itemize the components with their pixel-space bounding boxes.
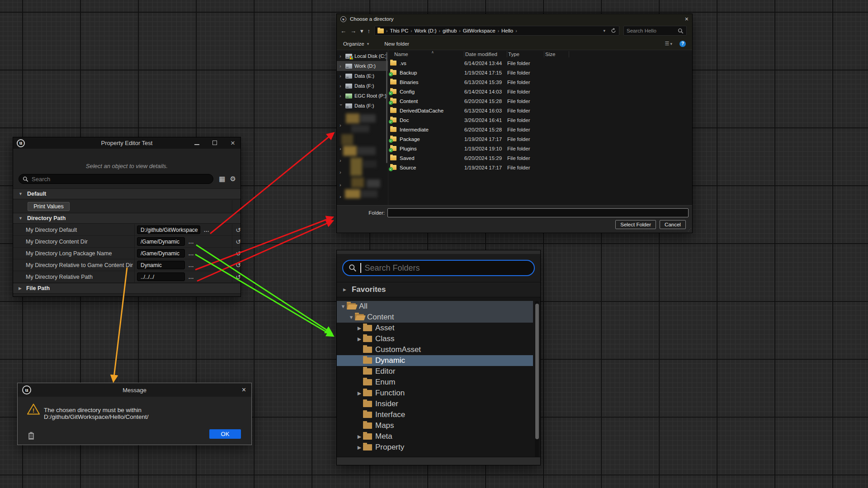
close-button[interactable]: ×	[230, 141, 236, 145]
tree-item-label[interactable]: Interface	[375, 410, 405, 419]
message-titlebar[interactable]: u Message ×	[18, 383, 251, 397]
breadcrumb-item[interactable]: › This PC	[386, 28, 408, 33]
collapsed-arrow-icon[interactable]: ▶	[343, 287, 346, 292]
up-icon[interactable]: ↑	[368, 28, 371, 34]
breadcrumb-label[interactable]: Work (D:)	[415, 28, 437, 33]
file-row[interactable]: ✓ DerivedDataCache 6/13/2024 16:03 File …	[388, 106, 692, 115]
tree-item[interactable]: Enum	[337, 377, 533, 388]
file-row[interactable]: ✓ Content 6/20/2024 15:28 File folder	[388, 96, 692, 106]
tree-item-label[interactable]: Function	[375, 389, 405, 398]
close-button[interactable]: ×	[242, 386, 246, 394]
file-row[interactable]: ✓ Package 1/19/2024 17:17 File folder	[388, 134, 692, 144]
reset-to-default-icon[interactable]: ↺	[236, 273, 241, 281]
file-name[interactable]: Source	[400, 165, 416, 170]
chevron-icon[interactable]: ›	[340, 73, 343, 79]
search-input[interactable]: Search	[19, 174, 213, 184]
drive-item[interactable]: › Data (F:)	[337, 101, 388, 111]
search-folders-input[interactable]: Search Folders	[342, 260, 535, 276]
tree-item-label[interactable]: All	[359, 302, 368, 311]
section-directory-path[interactable]: ▼ Directory Path	[13, 213, 241, 224]
property-value-field[interactable]: ../../../	[137, 272, 185, 281]
property-editor-titlebar[interactable]: u Property Editor Test ×	[13, 137, 241, 149]
file-name[interactable]: Plugins	[400, 146, 417, 151]
column-type[interactable]: Type	[507, 51, 544, 57]
file-name[interactable]: Doc	[400, 117, 409, 123]
breadcrumb-label[interactable]: Hello	[501, 28, 513, 33]
drive-item[interactable]: › Data (F:)	[337, 81, 388, 91]
file-row[interactable]: ✓ Binaries 6/13/2024 15:39 File folder	[388, 77, 692, 87]
view-mode-button[interactable]: ☰ ▾	[665, 41, 672, 47]
breadcrumb-item[interactable]: › Hello	[498, 28, 514, 33]
tree-item[interactable]: CustomAsset	[337, 344, 533, 355]
property-value-field[interactable]: D:/github/GitWorkspace	[137, 225, 200, 234]
scrollbar-thumb[interactable]	[535, 304, 539, 439]
column-date-modified[interactable]: Date modified	[464, 51, 507, 57]
browse-ellipsis-button[interactable]: ...	[189, 274, 194, 280]
file-name[interactable]: Intermediate	[400, 127, 429, 132]
tree-item[interactable]: Dynamic	[337, 355, 533, 366]
tree-item[interactable]: ▶ Meta	[337, 431, 533, 442]
dialog-titlebar[interactable]: u Choose a directory ×	[337, 14, 692, 24]
property-value-field[interactable]: Dynamic	[137, 261, 185, 269]
breadcrumb-item[interactable]: › github	[439, 28, 457, 33]
copy-to-clipboard-icon[interactable]	[28, 433, 34, 440]
expand-arrow-icon[interactable]: ▼	[19, 216, 23, 221]
property-value-field[interactable]: /Game/Dynamic	[137, 237, 185, 246]
file-name[interactable]: Config	[400, 89, 415, 94]
nav-scrollbar[interactable]	[386, 52, 387, 163]
tree-item[interactable]: Maps	[337, 420, 533, 431]
file-row[interactable]: ✓ Doc 3/26/2024 16:41 File folder	[388, 115, 692, 125]
drive-item[interactable]: › Data (E:)	[337, 71, 388, 81]
tree-item-label[interactable]: Property	[375, 443, 404, 452]
tree-item[interactable]: ▼ All	[337, 301, 533, 312]
file-row[interactable]: ✓ Source 1/19/2024 17:17 File folder	[388, 163, 692, 172]
file-row[interactable]: ✓ Config 6/14/2024 14:03 File folder	[388, 87, 692, 96]
file-name[interactable]: DerivedDataCache	[400, 108, 443, 113]
browse-ellipsis-button[interactable]: ...	[204, 227, 209, 233]
expander-icon[interactable]: ▶	[356, 445, 363, 450]
expander-icon[interactable]: ▶	[356, 434, 363, 440]
expander-icon[interactable]: ▼	[348, 314, 355, 320]
chevron-icon[interactable]: ›	[340, 63, 343, 69]
drive-item[interactable]: › EGC Root (P:)	[337, 91, 388, 101]
section-default[interactable]: ▼ Default	[13, 188, 241, 199]
help-icon[interactable]: ?	[679, 41, 686, 47]
tree-item[interactable]: ▶ Property	[337, 442, 533, 453]
breadcrumb-label[interactable]: GitWorkspace	[463, 28, 495, 33]
expander-icon[interactable]: ▶	[356, 325, 363, 331]
browse-ellipsis-button[interactable]: ...	[189, 239, 194, 244]
expand-arrow-icon[interactable]: ▼	[19, 192, 23, 196]
collapsed-arrow-icon[interactable]: ▶	[19, 286, 22, 291]
reset-to-default-icon[interactable]: ↺	[236, 250, 241, 257]
column-size[interactable]: Size	[544, 51, 569, 57]
forward-icon[interactable]: →	[350, 28, 356, 34]
file-name[interactable]: Package	[400, 136, 420, 142]
file-name[interactable]: Content	[400, 99, 418, 104]
breadcrumb[interactable]: › This PC › Work (D:) › github ›	[374, 26, 619, 36]
chevron-icon[interactable]: ›	[340, 93, 343, 99]
column-name[interactable]: Name	[388, 51, 464, 57]
search-box[interactable]: Search Hello	[623, 26, 687, 36]
tree-item-label[interactable]: Insider	[375, 399, 398, 408]
file-name[interactable]: .vs	[400, 61, 406, 66]
reset-to-default-icon[interactable]: ↺	[236, 262, 241, 269]
tree-item-label[interactable]: Editor	[375, 367, 395, 376]
file-row[interactable]: ✓ Backup 1/19/2024 17:15 File folder	[388, 68, 692, 77]
tree-item-label[interactable]: Enum	[375, 378, 395, 387]
close-button[interactable]: ×	[685, 15, 689, 23]
tree-item[interactable]: ▶ Asset	[337, 323, 533, 333]
file-row[interactable]: ✓ Saved 6/20/2024 15:29 File folder	[388, 153, 692, 163]
breadcrumb-label[interactable]: This PC	[390, 28, 408, 33]
tree-item[interactable]: Interface	[337, 409, 533, 420]
settings-gear-icon[interactable]: ⚙	[230, 175, 236, 183]
chevron-icon[interactable]: ›	[340, 83, 343, 89]
tree-item-label[interactable]: Content	[367, 313, 394, 322]
file-row[interactable]: ✓ Plugins 1/19/2024 19:10 File folder	[388, 144, 692, 153]
file-name[interactable]: Saved	[400, 155, 415, 161]
tree-item-label[interactable]: Maps	[375, 421, 394, 430]
browse-ellipsis-button[interactable]: ...	[189, 251, 194, 256]
ok-button[interactable]: OK	[209, 429, 241, 439]
refresh-icon[interactable]	[611, 28, 616, 33]
tree-item[interactable]: ▼ Content	[337, 312, 533, 323]
reset-to-default-icon[interactable]: ↺	[236, 226, 241, 234]
